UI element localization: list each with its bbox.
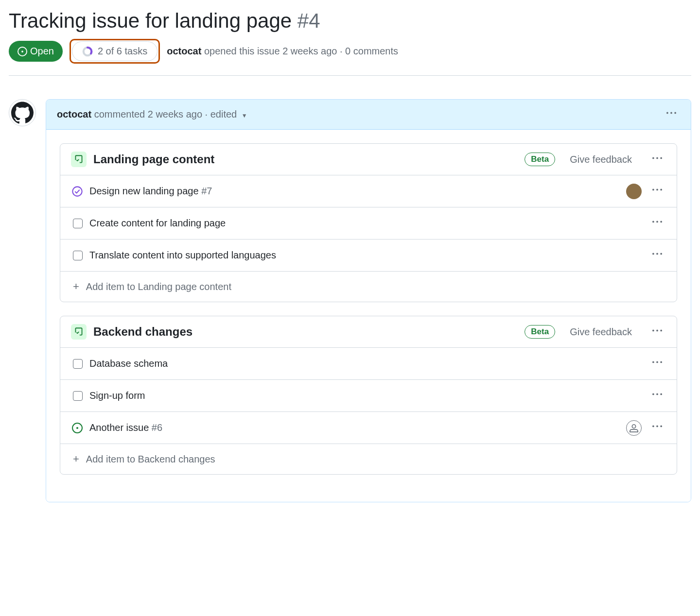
comment-menu-button[interactable] <box>663 106 680 122</box>
task-menu-button[interactable] <box>648 215 666 231</box>
task-menu-button[interactable] <box>648 356 666 372</box>
tasklist-menu-button[interactable] <box>648 152 666 167</box>
task-text: Database schema <box>89 358 642 369</box>
svg-point-2 <box>72 187 82 196</box>
issue-closed-icon <box>72 186 83 197</box>
give-feedback-link[interactable]: Give feedback <box>570 154 632 165</box>
issue-author[interactable]: octocat <box>167 46 201 56</box>
tasklist-title: Backend changes <box>93 325 518 339</box>
tasklist-landing-page-content: Landing page content Beta Give feedback … <box>60 143 677 302</box>
add-item-label: Add item to Landing page content <box>86 281 231 292</box>
kebab-icon <box>652 154 662 163</box>
task-row[interactable]: Database schema <box>60 347 677 379</box>
kebab-icon <box>652 249 662 259</box>
comment-action: commented <box>94 109 145 120</box>
issue-ref[interactable]: #7 <box>201 186 212 196</box>
tasks-highlight: 2 of 6 tasks <box>70 39 160 64</box>
kebab-icon <box>652 390 662 399</box>
add-item-label: Add item to Backend changes <box>86 454 215 465</box>
issue-number: #4 <box>298 9 320 32</box>
status-badge: Open <box>9 41 63 62</box>
comment-header: octocat commented 2 weeks ago · edited ▼ <box>46 100 691 130</box>
task-row[interactable]: Design new landing page #7 <box>60 175 677 207</box>
comment-container: octocat commented 2 weeks ago · edited ▼ <box>46 99 691 502</box>
task-row[interactable]: Create content for landing page <box>60 207 677 239</box>
person-icon <box>630 424 638 432</box>
beta-badge: Beta <box>525 153 555 166</box>
kebab-icon <box>652 422 662 431</box>
task-text: Create content for landing page <box>89 218 642 229</box>
plus-icon: + <box>73 280 79 293</box>
avatar[interactable] <box>9 99 36 126</box>
task-checkbox[interactable] <box>73 251 83 260</box>
issue-meta-text: octocat opened this issue 2 weeks ago · … <box>167 46 398 57</box>
task-checkbox[interactable] <box>73 219 83 228</box>
add-item-button[interactable]: + Add item to Backend changes <box>60 444 677 474</box>
task-text: Translate content into supported languag… <box>89 250 642 261</box>
task-menu-button[interactable] <box>648 183 666 199</box>
tasklist-menu-button[interactable] <box>648 324 666 340</box>
comment-author[interactable]: octocat <box>57 109 91 120</box>
edited-dropdown-icon[interactable]: ▼ <box>242 112 247 119</box>
kebab-icon <box>652 217 662 227</box>
tasklist-icon <box>71 324 87 340</box>
task-row[interactable]: Another issue #6 <box>60 411 677 444</box>
tasklist-icon <box>71 152 87 167</box>
task-menu-button[interactable] <box>648 247 666 263</box>
kebab-icon <box>666 108 676 118</box>
task-menu-button[interactable] <box>648 420 666 436</box>
task-text: Sign-up form <box>89 390 642 401</box>
kebab-icon <box>652 185 662 195</box>
octocat-avatar-icon <box>11 102 34 124</box>
give-feedback-link[interactable]: Give feedback <box>570 326 632 338</box>
issue-ref[interactable]: #6 <box>152 422 162 433</box>
task-row[interactable]: Sign-up form <box>60 379 677 411</box>
issue-open-icon <box>72 423 83 433</box>
task-checkbox[interactable] <box>73 359 83 369</box>
comments-count: 0 comments <box>345 46 398 56</box>
tasklist-title: Landing page content <box>93 153 518 166</box>
comment-time[interactable]: 2 weeks ago <box>148 109 202 120</box>
unassigned-icon[interactable] <box>626 420 642 436</box>
task-row[interactable]: Translate content into supported languag… <box>60 239 677 271</box>
task-text: Design new landing page #7 <box>89 186 619 197</box>
progress-ring-icon <box>82 46 93 57</box>
issue-open-icon <box>18 47 27 56</box>
issue-title: Tracking issue for landing page #4 <box>9 9 691 33</box>
task-menu-button[interactable] <box>648 388 666 404</box>
task-checkbox[interactable] <box>73 391 83 401</box>
plus-icon: + <box>73 453 79 465</box>
header-divider <box>9 75 691 76</box>
tasks-summary-text: 2 of 6 tasks <box>98 46 147 57</box>
beta-badge: Beta <box>525 325 555 339</box>
kebab-icon <box>652 358 662 367</box>
assignee-avatar[interactable] <box>626 184 642 199</box>
tasklist-backend-changes: Backend changes Beta Give feedback Datab… <box>60 316 677 475</box>
issue-title-text: Tracking issue for landing page <box>9 9 292 32</box>
opened-time: opened this issue 2 weeks ago <box>204 46 337 56</box>
task-text: Another issue #6 <box>89 422 619 433</box>
add-item-button[interactable]: + Add item to Landing page content <box>60 271 677 302</box>
kebab-icon <box>652 326 662 336</box>
tasks-progress-pill[interactable]: 2 of 6 tasks <box>72 41 158 61</box>
status-label: Open <box>30 46 54 57</box>
edited-label[interactable]: edited <box>210 109 237 120</box>
